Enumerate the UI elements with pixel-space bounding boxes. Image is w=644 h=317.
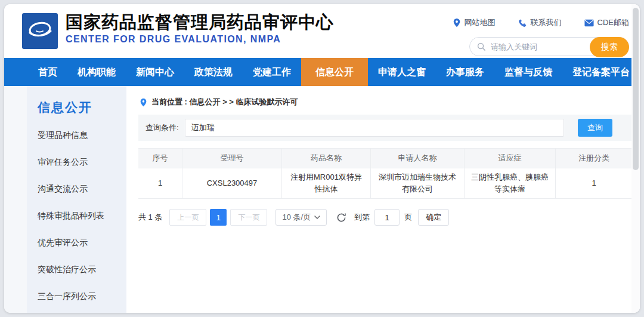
content-area: 当前位置 : 信息公开 > > 临床试验默示许可 查询条件: 查询 序号 受理号… [126, 86, 640, 313]
chevron-down-icon [314, 216, 320, 219]
cde-logo [22, 13, 58, 49]
browser-page: 国家药品监督管理局药品审评中心 CENTER FOR DRUG EVALUATI… [4, 4, 640, 313]
sidebar-item-special-approval[interactable]: 特殊审批品种列表 [38, 211, 126, 221]
next-page-button[interactable]: 下一页 [230, 209, 267, 226]
sidebar-item-three-in-one[interactable]: 三合一序列公示 [38, 291, 126, 302]
cell-seq: 1 [138, 168, 182, 199]
goto-page-input[interactable] [374, 209, 400, 226]
nav-item-home[interactable]: 首页 [28, 58, 67, 86]
nav-item-policy[interactable]: 政策法规 [184, 58, 243, 86]
site-search-button[interactable]: 搜索 [590, 37, 629, 57]
column-header-acceptance-no: 受理号 [182, 149, 282, 168]
site-search-box: 搜索 [469, 37, 629, 56]
query-button[interactable]: 查询 [578, 119, 612, 137]
site-title-block: 国家药品监督管理局药品审评中心 CENTER FOR DRUG EVALUATI… [66, 12, 334, 45]
mailbox-link[interactable]: CDE邮箱 [584, 17, 629, 28]
sidebar-item-communication[interactable]: 沟通交流公示 [38, 184, 126, 195]
location-pin-icon [453, 18, 461, 27]
envelope-icon [584, 19, 594, 27]
sidebar-item-accepted-varieties[interactable]: 受理品种信息 [38, 130, 126, 141]
column-header-indication: 适应症 [465, 149, 556, 168]
site-header: 国家药品监督管理局药品审评中心 CENTER FOR DRUG EVALUATI… [4, 4, 640, 58]
refresh-icon [336, 213, 346, 223]
page-size-select[interactable]: 10 条/页 [275, 209, 327, 226]
sidebar: 信息公开 受理品种信息 审评任务公示 沟通交流公示 特殊审批品种列表 优先审评公… [27, 86, 126, 313]
page-scrollbar [631, 4, 640, 313]
goto-page-suffix: 页 [404, 212, 412, 223]
nav-item-functions[interactable]: 机构职能 [67, 58, 126, 86]
prev-page-button[interactable]: 上一页 [169, 209, 206, 226]
mailbox-link-label: CDE邮箱 [597, 17, 629, 28]
search-icon [477, 42, 486, 51]
breadcrumb-text: 当前位置 : 信息公开 > > 临床试验默示许可 [151, 97, 298, 107]
breadcrumb: 当前位置 : 信息公开 > > 临床试验默示许可 [138, 94, 631, 115]
sitemap-link[interactable]: 网站地图 [453, 17, 496, 28]
query-bar: 查询条件: 查询 [138, 115, 632, 141]
sidebar-title: 信息公开 [38, 99, 126, 116]
table-row: 1 CXSL2300497 注射用MR001双特异性抗体 深圳市迈加瑞生物技术有… [138, 168, 632, 199]
column-header-drug-name: 药品名称 [282, 149, 371, 168]
cell-indication: 三阴性乳腺癌、胰腺癌等实体瘤 [465, 168, 556, 199]
cell-applicant: 深圳市迈加瑞生物技术有限公司 [371, 168, 465, 199]
table-header-row: 序号 受理号 药品名称 申请人名称 适应症 注册分类 [138, 149, 632, 168]
column-header-seq: 序号 [138, 149, 182, 168]
nav-item-info-disclosure[interactable]: 信息公开 [301, 58, 368, 86]
main-nav: 首页 机构职能 新闻中心 政策法规 党建工作 信息公开 申请人之窗 办事服务 监… [4, 58, 640, 86]
cell-drug-name: 注射用MR001双特异性抗体 [282, 168, 371, 199]
sidebar-item-review-tasks[interactable]: 审评任务公示 [38, 157, 126, 168]
quick-links: 网站地图 联系我们 CDE邮箱 [453, 17, 629, 28]
sidebar-item-priority-review[interactable]: 优先审评公示 [38, 238, 126, 248]
nav-item-registration-platform[interactable]: 登记备案平台 [562, 58, 640, 86]
nav-item-supervision[interactable]: 监督与反馈 [494, 58, 562, 86]
nav-item-party[interactable]: 党建工作 [243, 58, 301, 86]
nav-item-applicant[interactable]: 申请人之窗 [368, 58, 436, 86]
phone-icon [518, 19, 527, 27]
page-number-button[interactable]: 1 [210, 209, 227, 226]
nav-item-news[interactable]: 新闻中心 [126, 58, 184, 86]
nav-item-services[interactable]: 办事服务 [436, 58, 494, 86]
confirm-button[interactable]: 确定 [418, 209, 449, 226]
sitemap-link-label: 网站地图 [465, 17, 496, 28]
sidebar-item-breakthrough-therapy[interactable]: 突破性治疗公示 [38, 264, 126, 275]
column-header-applicant: 申请人名称 [371, 149, 465, 168]
site-subtitle: CENTER FOR DRUG EVALUATION, NMPA [66, 34, 334, 45]
cde-logo-icon [22, 13, 58, 49]
cell-acceptance-no: CXSL2300497 [182, 168, 282, 199]
main-area: 信息公开 受理品种信息 审评任务公示 沟通交流公示 特殊审批品种列表 优先审评公… [4, 86, 640, 313]
page-size-value: 10 条/页 [282, 212, 311, 223]
column-header-registration-class: 注册分类 [556, 149, 632, 168]
cell-registration-class: 1 [556, 168, 632, 199]
contact-link[interactable]: 联系我们 [518, 17, 562, 28]
pagination: 共 1 条 上一页 1 下一页 10 条/页 到第 [138, 209, 631, 226]
refresh-button[interactable] [336, 213, 346, 223]
location-pin-icon [140, 98, 147, 107]
scrollbar-thumb[interactable] [633, 8, 639, 170]
goto-page-label: 到第 [354, 212, 370, 223]
query-input[interactable] [185, 119, 564, 137]
site-title: 国家药品监督管理局药品审评中心 [66, 12, 334, 32]
pagination-total: 共 1 条 [138, 212, 162, 223]
query-label: 查询条件: [145, 122, 179, 133]
results-table: 序号 受理号 药品名称 申请人名称 适应症 注册分类 1 CXSL2300497… [138, 148, 632, 199]
contact-link-label: 联系我们 [531, 17, 562, 28]
